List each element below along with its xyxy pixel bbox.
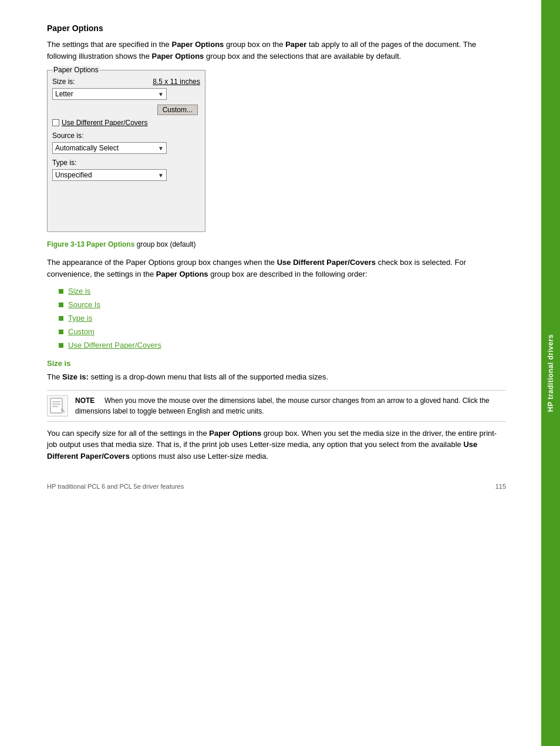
size-is-body-start: The bbox=[47, 372, 62, 381]
size-is-body2-start: You can specify size for all of the sett… bbox=[47, 429, 209, 438]
page-footer: HP traditional PCL 6 and PCL 5e driver f… bbox=[47, 479, 506, 490]
figure-caption-text: group box (default) bbox=[134, 240, 195, 248]
source-dropdown-arrow: ▼ bbox=[158, 145, 164, 152]
bullet-list: Size is Source Is Type is Custom Use Dif… bbox=[59, 287, 506, 350]
type-dropdown-value: Unspecified bbox=[55, 171, 92, 179]
size-is-body2-end: options must also use Letter-size media. bbox=[130, 452, 268, 461]
bullet-link-source-is[interactable]: Source Is bbox=[68, 300, 100, 309]
size-is-body2: You can specify size for all of the sett… bbox=[47, 428, 506, 462]
size-dropdown-arrow: ▼ bbox=[158, 91, 164, 98]
bullet-link-type-is[interactable]: Type is bbox=[68, 314, 92, 322]
note-icon: ✎ bbox=[47, 395, 68, 416]
size-dropdown-row: Letter ▼ bbox=[52, 88, 200, 100]
source-label: Source is: bbox=[52, 132, 200, 140]
custom-button[interactable]: Custom... bbox=[157, 105, 198, 115]
use-different-checkbox-row: Use Different Paper/Covers bbox=[52, 119, 200, 127]
note-label: NOTE bbox=[75, 396, 95, 405]
source-dropdown-row: Automatically Select ▼ bbox=[52, 142, 200, 154]
page-title: Paper Options bbox=[47, 23, 506, 33]
size-is-heading: Size is bbox=[47, 359, 506, 368]
footer-left: HP traditional PCL 6 and PCL 5e driver f… bbox=[47, 483, 184, 490]
size-is-body: The Size is: setting is a drop-down menu… bbox=[47, 371, 506, 383]
list-item: Source Is bbox=[59, 300, 506, 309]
size-is-row: Size is: 8.5 x 11 inches bbox=[52, 78, 200, 86]
source-dropdown-value: Automatically Select bbox=[55, 144, 119, 152]
size-label: Size is: bbox=[52, 78, 75, 86]
source-dropdown[interactable]: Automatically Select ▼ bbox=[52, 142, 167, 154]
intro-bold2: Paper bbox=[285, 40, 306, 49]
list-item: Custom bbox=[59, 327, 506, 336]
bullet-icon-5 bbox=[59, 343, 63, 348]
custom-btn-row: Custom... bbox=[52, 102, 200, 115]
bullet-link-custom[interactable]: Custom bbox=[68, 327, 95, 336]
appearance-bold2: Paper Options bbox=[156, 270, 208, 278]
figure-caption: Figure 3-13 Paper Options group box (def… bbox=[47, 240, 506, 248]
size-is-body2-bold1: Paper Options bbox=[209, 429, 261, 438]
intro-text-start: The settings that are specified in the bbox=[47, 40, 171, 49]
note-text: When you move the mouse over the dimensi… bbox=[75, 396, 490, 415]
type-dropdown-row: Unspecified ▼ bbox=[52, 169, 200, 181]
intro-end2: group box and the selections that are av… bbox=[204, 52, 401, 61]
size-is-bold: Size is: bbox=[62, 372, 89, 381]
note-box: ✎ NOTE When you move the mouse over the … bbox=[47, 390, 506, 422]
figure-caption-bold: Figure 3-13 Paper Options bbox=[47, 240, 134, 248]
list-item: Use Different Paper/Covers bbox=[59, 341, 506, 350]
paper-options-groupbox: Paper Options Size is: 8.5 x 11 inches L… bbox=[47, 70, 205, 232]
appearance-paragraph: The appearance of the Paper Options grou… bbox=[47, 257, 506, 280]
bullet-icon-4 bbox=[59, 330, 63, 334]
size-dropdown[interactable]: Letter ▼ bbox=[52, 88, 167, 100]
size-dropdown-value: Letter bbox=[55, 90, 73, 98]
bullet-icon-3 bbox=[59, 316, 63, 321]
type-label: Type is: bbox=[52, 159, 200, 167]
side-tab-label: HP traditional drivers bbox=[546, 334, 555, 412]
footer-right: 115 bbox=[495, 483, 506, 490]
side-tab: HP traditional drivers bbox=[541, 0, 560, 746]
intro-bold1: Paper Options bbox=[171, 40, 224, 49]
bullet-link-use-different[interactable]: Use Different Paper/Covers bbox=[68, 341, 161, 350]
note-content: NOTE When you move the mouse over the di… bbox=[75, 395, 506, 416]
intro-paragraph: The settings that are specified in the P… bbox=[47, 39, 506, 62]
appearance-end2: group box are described in the following… bbox=[208, 270, 367, 278]
list-item: Size is bbox=[59, 287, 506, 295]
appearance-bold: Use Different Paper/Covers bbox=[277, 258, 376, 267]
box-spacer bbox=[52, 181, 200, 222]
appearance-start: The appearance of the Paper Options grou… bbox=[47, 258, 277, 267]
size-is-body-end: setting is a drop-down menu that lists a… bbox=[89, 372, 328, 381]
intro-bold3: Paper Options bbox=[151, 52, 204, 61]
use-different-checkbox[interactable] bbox=[52, 119, 59, 126]
note-spacer bbox=[97, 396, 103, 405]
bullet-icon-2 bbox=[59, 303, 63, 307]
bullet-link-size-is[interactable]: Size is bbox=[68, 287, 90, 295]
groupbox-legend: Paper Options bbox=[52, 66, 100, 74]
type-dropdown[interactable]: Unspecified ▼ bbox=[52, 169, 167, 181]
bullet-icon-1 bbox=[59, 289, 63, 294]
intro-mid: group box on the bbox=[224, 40, 285, 49]
list-item: Type is bbox=[59, 314, 506, 322]
svg-text:✎: ✎ bbox=[60, 408, 65, 414]
use-different-label: Use Different Paper/Covers bbox=[62, 119, 148, 127]
type-dropdown-arrow: ▼ bbox=[158, 172, 164, 179]
size-value: 8.5 x 11 inches bbox=[153, 78, 200, 86]
